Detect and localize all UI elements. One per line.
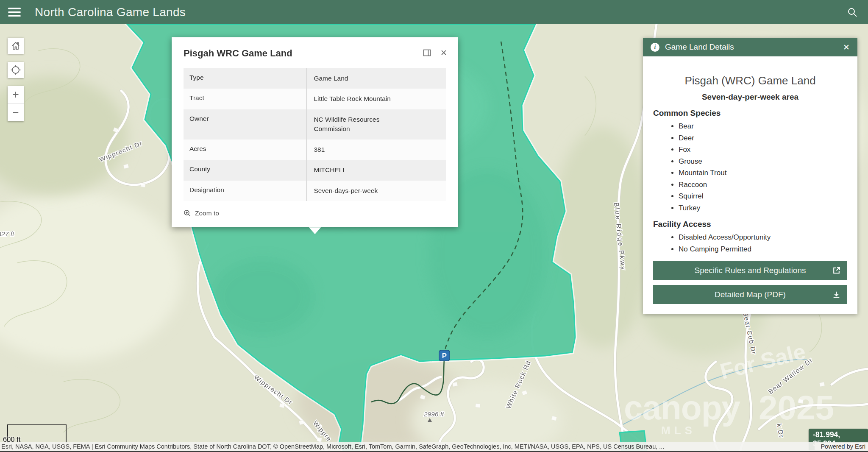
- list-item: Squirrel: [679, 190, 847, 202]
- app-window: P Wipprecht Dr Wipprecht Dr Wippre Blue …: [0, 0, 868, 452]
- rules-and-regulations-button[interactable]: Specific Rules and Regulations: [653, 261, 847, 280]
- attribute-table: Type Game Land Tract Little Table Rock M…: [184, 68, 446, 201]
- list-item: No Camping Permitted: [679, 243, 847, 255]
- list-item: Disabled Access/Opportunity: [679, 232, 847, 243]
- attribution-sources: Esri, NASA, NGA, USGS, FEMA | Esri Commu…: [0, 443, 815, 450]
- scale-bar: 600 ft: [7, 424, 67, 443]
- elevation-label: 3327 ft: [0, 230, 14, 237]
- info-icon: i: [651, 43, 659, 52]
- parking-icon[interactable]: P: [439, 350, 450, 361]
- attr-label: Owner: [184, 109, 307, 140]
- zoom-out-button[interactable]: −: [8, 104, 24, 121]
- table-row: Type Game Land: [184, 68, 446, 89]
- attr-label: Acres: [184, 140, 307, 160]
- list-item: Mountain Trout: [679, 167, 847, 179]
- list-item: Grouse: [679, 156, 847, 167]
- list-item: Deer: [679, 132, 847, 144]
- zoom-to-icon: [184, 209, 191, 217]
- menu-icon[interactable]: [8, 8, 21, 17]
- locate-button[interactable]: [8, 62, 24, 78]
- dock-icon[interactable]: [423, 49, 431, 56]
- attr-label: Designation: [184, 181, 307, 201]
- attr-value: NC Wildlife Resources Commission: [307, 109, 418, 140]
- attribution-bar: Esri, NASA, NGA, USGS, FEMA | Esri Commu…: [0, 442, 868, 452]
- game-land-designation: Seven-day-per-week area: [653, 92, 847, 102]
- common-species-heading: Common Species: [653, 109, 847, 118]
- table-row: Acres 381: [184, 140, 446, 160]
- table-row: County MITCHELL: [184, 160, 446, 180]
- details-panel-header: i Game Land Details ✕: [643, 38, 857, 56]
- home-icon: [11, 41, 21, 51]
- zoom-to-link[interactable]: Zoom to: [184, 209, 219, 217]
- search-icon[interactable]: [847, 7, 858, 18]
- external-link-icon: [832, 266, 841, 275]
- home-button[interactable]: [8, 38, 24, 54]
- game-land-name: Pisgah (WRC) Game Land: [653, 74, 847, 87]
- parking-label: P: [442, 352, 447, 360]
- facility-access-list: Disabled Access/Opportunity No Camping P…: [653, 232, 847, 255]
- attr-label: Tract: [184, 89, 307, 109]
- powered-by-esri-link[interactable]: Powered by Esri: [815, 443, 868, 450]
- locate-icon: [10, 64, 21, 75]
- list-item: Fox: [679, 144, 847, 156]
- button-label: Detailed Map (PDF): [715, 290, 786, 299]
- table-row: Tract Little Table Rock Mountain: [184, 89, 446, 109]
- elevation-label: 2996 ft: [423, 410, 444, 418]
- table-row: Owner NC Wildlife Resources Commission: [184, 109, 446, 140]
- popup-close-icon[interactable]: ✕: [440, 49, 447, 57]
- attr-label: Type: [184, 68, 307, 89]
- panel-close-icon[interactable]: ✕: [843, 42, 850, 52]
- zoom-to-label: Zoom to: [195, 209, 219, 217]
- attr-label: County: [184, 160, 307, 180]
- details-panel-title: Game Land Details: [665, 42, 734, 52]
- list-item: Turkey: [679, 202, 847, 214]
- attr-value: Seven-days-per-week: [307, 181, 446, 201]
- app-header: North Carolina Game Lands: [0, 0, 868, 24]
- attr-value: MITCHELL: [307, 160, 446, 180]
- detailed-map-pdf-button[interactable]: Detailed Map (PDF): [653, 285, 847, 304]
- attr-value: 381: [307, 140, 446, 160]
- zoom-controls: + −: [8, 86, 24, 121]
- app-title: North Carolina Game Lands: [35, 6, 186, 19]
- button-label: Specific Rules and Regulations: [695, 266, 806, 275]
- popup-title: Pisgah WRC Game Land: [184, 48, 423, 59]
- download-icon: [832, 290, 841, 299]
- attr-value: Little Table Rock Mountain: [307, 89, 446, 109]
- zoom-in-button[interactable]: +: [8, 86, 24, 104]
- details-panel: i Game Land Details ✕ Pisgah (WRC) Game …: [643, 38, 857, 314]
- feature-popup: Pisgah WRC Game Land ✕ Type Game Land Tr…: [172, 37, 458, 227]
- list-item: Raccoon: [679, 179, 847, 191]
- list-item: Bear: [679, 120, 847, 132]
- attr-value: Game Land: [307, 68, 446, 89]
- facility-access-heading: Facility Access: [653, 220, 847, 229]
- common-species-list: Bear Deer Fox Grouse Mountain Trout Racc…: [653, 120, 847, 214]
- table-row: Designation Seven-days-per-week: [184, 181, 446, 201]
